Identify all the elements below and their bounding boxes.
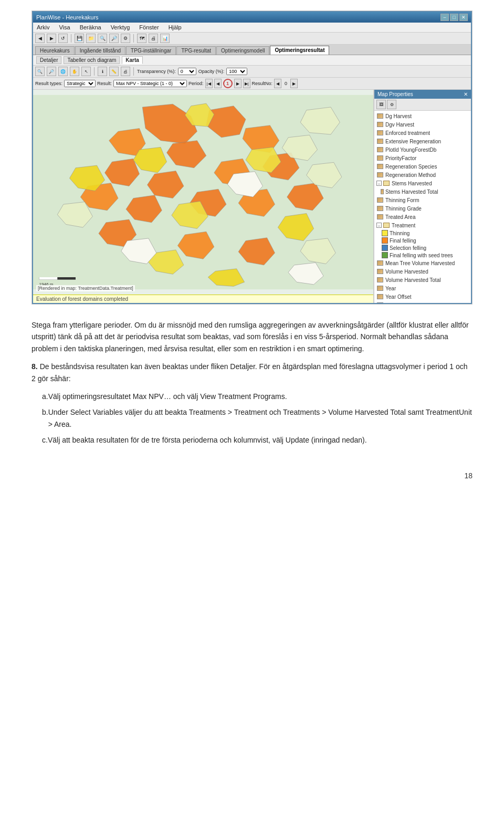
period-next[interactable]: ▶ (234, 79, 242, 88)
tree-item-dg-harvest[interactable]: Dg Harvest (375, 112, 470, 120)
tree-item-thinning-form[interactable]: Thinning Form (375, 196, 470, 204)
result-no-value: 0 (283, 81, 289, 86)
map-ctrl-globe[interactable]: 🌐 (58, 67, 68, 76)
sub-tab-karta[interactable]: Karta (122, 56, 143, 64)
tree-item-dgv-harvest[interactable]: Dgv Harvest (375, 120, 470, 129)
tab-tpg-installningar[interactable]: TPG-inställningar (126, 46, 176, 55)
menu-verktyg[interactable]: Verktyg (109, 24, 132, 31)
tree-item-treated-area[interactable]: Treated Area (375, 213, 470, 221)
map-ctrl-measure[interactable]: 📏 (109, 67, 119, 76)
period-prev[interactable]: ◀ (214, 79, 222, 88)
list-content-b: Under Select Variables väljer du att bea… (48, 406, 472, 430)
result-no-prev[interactable]: ◀ (274, 79, 281, 88)
final-felling-seed-swatch (382, 252, 388, 258)
toolbar-save[interactable]: 💾 (75, 34, 84, 43)
map-ctrl-info[interactable]: ℹ (98, 67, 107, 76)
map-ctrl-print[interactable]: 🖨 (121, 67, 130, 76)
period-first[interactable]: |◀ (205, 79, 213, 88)
panel-title: Map Properties (377, 91, 413, 97)
period-last[interactable]: ▶| (243, 79, 250, 88)
toolbar-settings[interactable]: ⚙ (121, 34, 130, 43)
menu-berakna[interactable]: Beräkna (78, 24, 103, 31)
tree-item-plotid[interactable]: PlotId YoungForestDb (375, 145, 470, 154)
tree-item-stems-harvested-total[interactable]: Stems Harvested Total (375, 187, 470, 196)
result-select[interactable]: Max NPV - Strategic (1 - 0) (113, 80, 187, 87)
map-controls-row1: 🔍 🔎 🌐 ✋ ↖ ℹ 📏 🖨 Transparency (%): 0 25 5… (33, 66, 471, 78)
tree-item-year[interactable]: Year (375, 284, 470, 292)
sub-tab-tabeller[interactable]: Tabeller och diagram (64, 56, 120, 64)
tree-item-extensive[interactable]: Extensive Regeneration (375, 137, 470, 145)
expand-icon[interactable]: – (376, 181, 382, 186)
result-label: Result: (97, 81, 112, 86)
list-letter-c: c. (32, 434, 48, 446)
tree-item-final-felling[interactable]: Final felling (375, 237, 470, 244)
section8: 8.De beståndsvisa resultaten kan även be… (32, 361, 472, 446)
opacity-select[interactable]: 100 75 50 (226, 68, 247, 75)
tree-item-vol-harvested[interactable]: Volume Harvested (375, 267, 470, 276)
tree-item-vol-harvested-total[interactable]: Volume Harvested Total (375, 276, 470, 284)
layer-icon (376, 171, 384, 179)
toolbar-zoom-in[interactable]: 🔍 (98, 34, 107, 43)
result-types-label: Result types: (35, 81, 62, 86)
tree-item-mean-tree-vol[interactable]: Mean Tree Volume Harvested (375, 259, 470, 267)
tree-item-regen-species[interactable]: Regeneration Species (375, 162, 470, 171)
menu-fonster[interactable]: Fönster (138, 24, 160, 31)
tree-item-treatment-unit[interactable]: Treatment Unit (375, 301, 470, 303)
result-types-select[interactable]: Strategic (64, 80, 96, 87)
minimize-button[interactable]: – (440, 14, 449, 21)
tree-item-stems-harvested-group[interactable]: – Stems Harvested (375, 179, 470, 187)
map-ctrl-2[interactable]: 🔎 (47, 67, 56, 76)
screenshot-area: PlanWise - Heurekakurs – □ ✕ Arkiv Visa … (32, 11, 472, 305)
menu-hjalp[interactable]: Hjälp (167, 24, 183, 31)
menu-arkiv[interactable]: Arkiv (35, 24, 51, 31)
sub-tab-detaljer[interactable]: Detaljer (36, 56, 61, 64)
close-button[interactable]: ✕ (459, 14, 468, 21)
map-canvas[interactable]: 1946 m [Rendered in map: TreatmentData.T… (33, 90, 373, 295)
tab-optimeringsresultat[interactable]: Optimeringsresultat (270, 46, 329, 55)
tree-item-regen-method[interactable]: Regeneration Method (375, 171, 470, 179)
toolbar-refresh[interactable]: ↺ (58, 34, 68, 43)
app-title: PlanWise - Heurekakurs (36, 14, 99, 20)
toolbar-sep1 (71, 34, 71, 43)
thinning-swatch (382, 230, 388, 236)
page-number: 18 (32, 471, 472, 480)
toolbar-map[interactable]: 🗺 (137, 34, 146, 43)
map-ctrl-1[interactable]: 🔍 (35, 67, 45, 76)
tree-item-year-offset[interactable]: Year Offset (375, 292, 470, 301)
tree-item-final-felling-seed[interactable]: Final felling with seed trees (375, 251, 470, 259)
transparency-select[interactable]: 0 25 50 75 (178, 68, 196, 75)
result-no-next[interactable]: ▶ (290, 79, 298, 88)
tab-heurekakurs[interactable]: Heurekakurs (35, 46, 75, 55)
win-titlebar-controls: – □ ✕ (440, 14, 468, 21)
tab-tpg-resultat[interactable]: TPG-resultat (176, 46, 216, 55)
toolbar-zoom-out[interactable]: 🔎 (109, 34, 119, 43)
map-area: 1946 m [Rendered in map: TreatmentData.T… (33, 90, 374, 303)
layer-icon (376, 196, 384, 204)
tab-ingaende[interactable]: Ingående tillstånd (75, 46, 125, 55)
tree-item-selection-felling[interactable]: Selection felling (375, 244, 470, 251)
panel-tb-1[interactable]: 🖼 (376, 100, 386, 109)
menu-visa[interactable]: Visa (57, 24, 71, 31)
list-item-b: b. Under Select Variables väljer du att … (32, 406, 472, 430)
tree-item-priority[interactable]: PriorityFactor (375, 154, 470, 162)
map-ctrl-select[interactable]: ↖ (81, 67, 91, 76)
panel-tb-2[interactable]: ⚙ (387, 100, 396, 109)
panel-header: Map Properties ✕ (374, 90, 471, 99)
panel-close-icon[interactable]: ✕ (464, 91, 468, 97)
toolbar-forward[interactable]: ▶ (47, 34, 56, 43)
toolbar-open[interactable]: 📁 (86, 34, 96, 43)
tab-optimeringsmodell[interactable]: Optimeringsmodell (216, 46, 269, 55)
layer-icon (376, 285, 384, 292)
toolbar-print[interactable]: 🖨 (149, 34, 158, 43)
toolbar-back[interactable]: ◀ (35, 34, 45, 43)
tree-item-thinning-grade[interactable]: Thinning Grade (375, 204, 470, 213)
expand-icon-treatment[interactable]: – (376, 223, 382, 228)
tree-item-enforced[interactable]: Enforced treatment (375, 129, 470, 137)
tree-item-treatment-group[interactable]: – Treatment (375, 221, 470, 229)
layer-icon (376, 205, 384, 212)
toolbar-chart[interactable]: 📊 (160, 34, 170, 43)
section-body-text: De beståndsvisa resultaten kan även beak… (32, 362, 468, 382)
tree-item-thinning-legend[interactable]: Thinning (375, 229, 470, 237)
maximize-button[interactable]: □ (450, 14, 458, 21)
map-ctrl-pan[interactable]: ✋ (70, 67, 79, 76)
